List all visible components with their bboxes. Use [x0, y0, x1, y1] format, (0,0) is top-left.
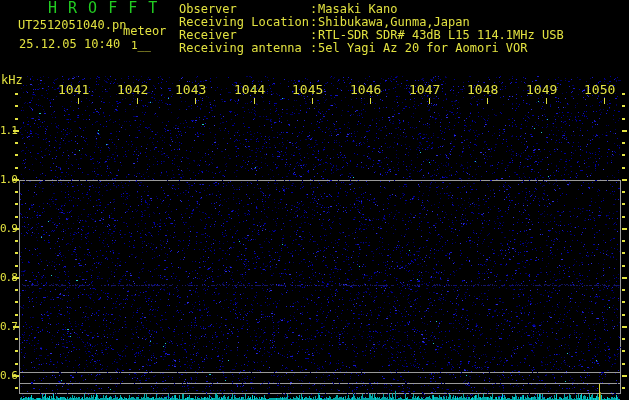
- right-axis-tick: [622, 375, 627, 377]
- right-axis-tick: [622, 179, 627, 181]
- mode-label: meteor: [123, 25, 166, 38]
- right-axis-tick: [622, 338, 625, 340]
- y-axis-tick: [15, 314, 18, 316]
- right-axis-tick: [622, 167, 625, 169]
- right-axis-tick: [622, 301, 625, 303]
- info-label: Receiving antenna: [179, 42, 302, 55]
- info-value: 5el Yagi Az 20 for Aomori VOR: [318, 42, 528, 55]
- y-axis-tick: [15, 93, 18, 95]
- x-axis-tick: [604, 98, 605, 104]
- x-axis-tick-label: 1046: [350, 83, 381, 96]
- echo-counter: 1__: [131, 39, 151, 52]
- x-axis-tick-label: 1049: [526, 83, 557, 96]
- y-axis-tick: [15, 301, 18, 303]
- right-axis-tick: [622, 105, 625, 107]
- x-axis-tick: [195, 98, 196, 104]
- x-axis-tick: [78, 98, 79, 104]
- y-axis-tick: [15, 203, 18, 205]
- right-axis-tick: [622, 314, 625, 316]
- y-axis-tick: [13, 179, 19, 181]
- right-axis-tick: [622, 240, 625, 242]
- frame-datetime: 25.12.05 10:40: [19, 38, 120, 51]
- x-axis-tick-label: 1048: [467, 83, 498, 96]
- y-axis-tick: [15, 338, 18, 340]
- y-axis-tick: [15, 167, 18, 169]
- y-axis-tick: [15, 105, 18, 107]
- y-axis-tick: [15, 252, 18, 254]
- y-axis-tick: [15, 118, 18, 120]
- right-axis-tick: [622, 326, 627, 328]
- x-axis-tick: [312, 98, 313, 104]
- y-axis-tick: [13, 277, 19, 279]
- x-axis-tick-label: 1042: [117, 83, 148, 96]
- right-axis-tick: [622, 93, 625, 95]
- y-axis-tick: [15, 191, 18, 193]
- right-axis-tick: [622, 228, 627, 230]
- hrofft-window: H R O F F T UT2512051040.pn meteor 25.12…: [0, 0, 629, 400]
- x-axis-tick-label: 1041: [58, 83, 89, 96]
- right-axis-tick: [622, 265, 625, 267]
- right-axis-tick: [622, 142, 625, 144]
- y-axis-tick: [13, 326, 19, 328]
- right-axis-tick: [622, 118, 625, 120]
- right-axis-tick: [622, 154, 625, 156]
- x-axis-tick: [137, 98, 138, 104]
- right-axis-tick: [622, 203, 625, 205]
- y-axis-tick: [13, 228, 19, 230]
- y-axis-tick: [15, 363, 18, 365]
- y-axis-tick: [13, 130, 19, 132]
- x-axis-tick: [546, 98, 547, 104]
- y-axis-tick: [13, 375, 19, 377]
- x-axis-tick: [370, 98, 371, 104]
- y-axis-tick: [15, 387, 18, 389]
- y-axis-unit-label: kHz: [1, 74, 23, 87]
- x-axis-tick-label: 1044: [234, 83, 265, 96]
- x-axis-tick-label: 1045: [292, 83, 323, 96]
- right-axis-tick: [622, 216, 625, 218]
- y-axis-tick: [15, 289, 18, 291]
- spectrogram-canvas: [0, 0, 629, 400]
- x-axis-tick-label: 1047: [409, 83, 440, 96]
- x-axis-tick-label: 1043: [175, 83, 206, 96]
- x-axis-tick: [487, 98, 488, 104]
- right-axis-tick: [622, 289, 625, 291]
- right-axis-tick: [622, 387, 625, 389]
- right-axis-tick: [622, 277, 627, 279]
- info-colon: :: [310, 42, 317, 55]
- frame-filename: UT2512051040.pn: [18, 19, 126, 32]
- y-axis-tick: [15, 350, 18, 352]
- right-axis-tick: [622, 252, 625, 254]
- app-title: H R O F F T: [48, 2, 158, 15]
- y-axis-tick: [15, 142, 18, 144]
- y-axis-tick: [15, 216, 18, 218]
- y-axis-tick: [15, 265, 18, 267]
- right-axis-tick: [622, 191, 625, 193]
- right-axis-tick: [622, 350, 625, 352]
- x-axis-tick: [254, 98, 255, 104]
- x-axis-tick: [429, 98, 430, 104]
- x-axis-tick-label: 1050: [584, 83, 615, 96]
- y-axis-tick: [15, 240, 18, 242]
- right-axis-tick: [622, 130, 627, 132]
- y-axis-tick: [15, 154, 18, 156]
- right-axis-tick: [622, 363, 625, 365]
